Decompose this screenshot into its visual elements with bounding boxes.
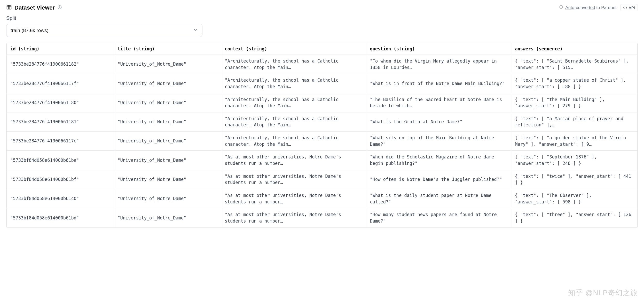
title-group: Dataset Viewer	[6, 4, 62, 11]
cell-question: "What sits on top of the Main Building a…	[366, 132, 511, 151]
table-row[interactable]: "5733be284776f41900661180""University_of…	[7, 93, 638, 112]
cell-title: "University_of_Notre_Dame"	[114, 93, 221, 112]
api-button[interactable]: API	[620, 4, 638, 11]
cell-id: "5733be284776f41900661182"	[7, 55, 114, 74]
cell-answers: { "text": [ "September 1876" ], "answer_…	[511, 151, 638, 170]
auto-converted-link[interactable]: Auto-converted	[565, 5, 595, 10]
cell-context: "Architecturally, the school has a Catho…	[221, 112, 366, 131]
table-row[interactable]: "5733be284776f41900661181""University_of…	[7, 112, 638, 131]
auto-convert-text: Auto-converted to Parquet	[559, 5, 616, 10]
column-header-context[interactable]: context (string)	[221, 43, 366, 55]
cell-context: "Architecturally, the school has a Catho…	[221, 93, 366, 112]
column-header-title[interactable]: title (string)	[114, 43, 221, 55]
cell-answers: { "text": [ "the Main Building" ], "answ…	[511, 93, 638, 112]
table-row[interactable]: "5733bf84d058e614000b61bf""University_of…	[7, 170, 638, 189]
info-icon[interactable]	[57, 5, 62, 11]
column-header-answers[interactable]: answers (sequence)	[511, 43, 638, 55]
cell-question: "The Basilica of the Sacred heart at Not…	[366, 93, 511, 112]
cell-answers: { "text": [ "a copper statue of Christ" …	[511, 74, 638, 93]
column-header-id[interactable]: id (string)	[7, 43, 114, 55]
cell-answers: { "text": [ "three" ], "answer_start": […	[511, 208, 638, 227]
svg-point-6	[60, 6, 60, 6]
table-row[interactable]: "5733bf84d058e614000b61be""University_of…	[7, 151, 638, 170]
cell-id: "5733be284776f4190066117f"	[7, 74, 114, 93]
api-label: API	[629, 5, 635, 10]
cell-id: "5733be284776f41900661180"	[7, 93, 114, 112]
cell-context: "Architecturally, the school has a Catho…	[221, 55, 366, 74]
cell-id: "5733bf84d058e614000b61bd"	[7, 208, 114, 227]
table-row[interactable]: "5733bf84d058e614000b61bd""University_of…	[7, 208, 638, 227]
cell-answers: { "text": [ "Saint Bernadette Soubirous"…	[511, 55, 638, 74]
svg-rect-0	[7, 5, 11, 9]
table-row[interactable]: "5733be284776f4190066117f""University_of…	[7, 74, 638, 93]
cell-answers: { "text": [ "twice" ], "answer_start": […	[511, 170, 638, 189]
cell-question: "How often is Notre Dame's the Juggler p…	[366, 170, 511, 189]
column-header-question[interactable]: question (string)	[366, 43, 511, 55]
cell-question: "How many student news papers are found …	[366, 208, 511, 227]
cell-id: "5733bf84d058e614000b61be"	[7, 151, 114, 170]
cell-title: "University_of_Notre_Dame"	[114, 112, 221, 131]
cell-question: "What is the daily student paper at Notr…	[366, 189, 511, 208]
cell-id: "5733be284776f4190066117e"	[7, 132, 114, 151]
cell-context: "Architecturally, the school has a Catho…	[221, 132, 366, 151]
cell-id: "5733bf84d058e614000b61c0"	[7, 189, 114, 208]
cell-id: "5733be284776f41900661181"	[7, 112, 114, 131]
cell-question: "To whom did the Virgin Mary allegedly a…	[366, 55, 511, 74]
right-actions: Auto-converted to Parquet API	[559, 4, 638, 11]
table-row[interactable]: "5733bf84d058e614000b61c0""University_of…	[7, 189, 638, 208]
cell-context: "Architecturally, the school has a Catho…	[221, 74, 366, 93]
split-label: Split	[6, 15, 638, 21]
cell-title: "University_of_Notre_Dame"	[114, 132, 221, 151]
cell-question: "What is the Grotto at Notre Dame?"	[366, 112, 511, 131]
cell-title: "University_of_Notre_Dame"	[114, 74, 221, 93]
chevron-down-icon	[193, 27, 198, 34]
cell-answers: { "text": [ "a golden statue of the Virg…	[511, 132, 638, 151]
refresh-icon[interactable]	[559, 5, 563, 10]
cell-title: "University_of_Notre_Dame"	[114, 151, 221, 170]
cell-title: "University_of_Notre_Dame"	[114, 189, 221, 208]
split-select[interactable]: train (87.6k rows)	[6, 24, 202, 37]
auto-converted-suffix: to Parquet	[595, 5, 617, 10]
table-icon	[6, 4, 12, 11]
cell-answers: { "text": [ "a Marian place of prayer an…	[511, 112, 638, 131]
cell-context: "As at most other universities, Notre Da…	[221, 170, 366, 189]
table-row[interactable]: "5733be284776f4190066117e""University_of…	[7, 132, 638, 151]
cell-answers: { "text": [ "The Observer" ], "answer_st…	[511, 189, 638, 208]
cell-question: "When did the Scholastic Magazine of Not…	[366, 151, 511, 170]
table-row[interactable]: "5733be284776f41900661182""University_of…	[7, 55, 638, 74]
data-table: id (string)title (string)context (string…	[6, 43, 638, 228]
cell-id: "5733bf84d058e614000b61bf"	[7, 170, 114, 189]
cell-title: "University_of_Notre_Dame"	[114, 170, 221, 189]
page-title: Dataset Viewer	[14, 4, 55, 11]
cell-title: "University_of_Notre_Dame"	[114, 208, 221, 227]
cell-question: "What is in front of the Notre Dame Main…	[366, 74, 511, 93]
split-selected: train (87.6k rows)	[11, 28, 49, 33]
cell-context: "As at most other universities, Notre Da…	[221, 208, 366, 227]
cell-title: "University_of_Notre_Dame"	[114, 55, 221, 74]
cell-context: "As at most other universities, Notre Da…	[221, 151, 366, 170]
header: Dataset Viewer Auto-converted to	[6, 4, 638, 11]
cell-context: "As at most other universities, Notre Da…	[221, 189, 366, 208]
